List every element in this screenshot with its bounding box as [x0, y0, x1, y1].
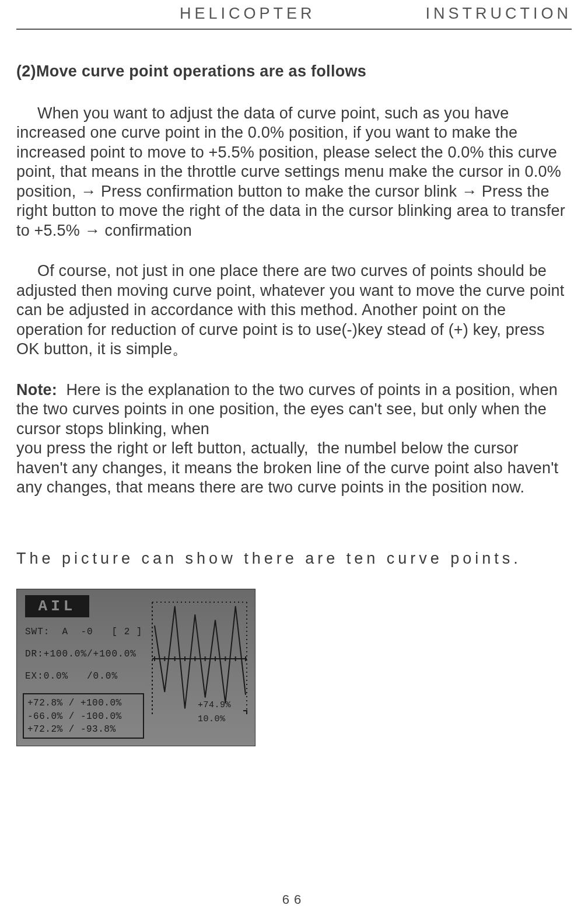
figure-caption: The picture can show there are ten curve… — [16, 550, 572, 568]
note-label: Note: — [16, 381, 57, 399]
lcd-values-box: +72.8% / +100.0% -66.0% / -100.0% +72.2%… — [23, 693, 144, 739]
header-left: HELICOPTER — [16, 5, 316, 23]
section-title: (2)Move curve point operations are as fo… — [16, 62, 572, 81]
lcd-ex-line: EX:0.0% /0.0% — [25, 671, 118, 682]
note-paragraph: Note: Here is the explanation to the two… — [16, 380, 572, 498]
lcd-screenshot: AIL SWT: A -0 [ 2 ] DR:+100.0%/+100.0% E… — [16, 589, 256, 746]
lcd-title: AIL — [25, 595, 89, 617]
lcd-chart-value-bot: 10.0% — [198, 714, 226, 724]
lcd-box-row1: +72.8% / +100.0% — [27, 698, 122, 708]
paragraph-2: Of course, not just in one place there a… — [16, 261, 572, 359]
note-body: Here is the explanation to the two curve… — [16, 381, 563, 496]
paragraph-1: When you want to adjust the data of curv… — [16, 104, 572, 240]
lcd-box-row3: +72.2% / -93.8% — [27, 724, 116, 735]
header-right: INSTRUCTION — [426, 5, 572, 23]
page-number: 66 — [0, 892, 588, 907]
lcd-swt-line: SWT: A -0 [ 2 ] — [25, 627, 142, 637]
lcd-dr-line: DR:+100.0%/+100.0% — [25, 649, 136, 659]
page-header: HELICOPTER INSTRUCTION — [16, 0, 572, 30]
lcd-chart-value-top: +74.9% — [198, 700, 231, 710]
lcd-box-row2: -66.0% / -100.0% — [27, 711, 122, 722]
